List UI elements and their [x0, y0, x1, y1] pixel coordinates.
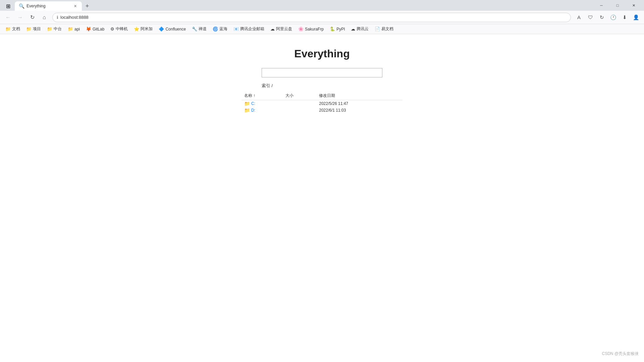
bookmark-icon-bm-tencent-cloud: ☁ [351, 26, 355, 32]
file-link[interactable]: 📁 D: [244, 108, 280, 113]
title-bar-controls: ─ □ ✕ [594, 0, 641, 11]
bookmark-label-bm-zhongtai: 中台 [54, 26, 62, 32]
bookmark-icon-bm-project: 📁 [26, 26, 32, 32]
file-link[interactable]: 📁 C: [244, 101, 280, 106]
bookmark-bm-confluence[interactable]: 🔷Confluence [156, 26, 189, 32]
bookmark-label-bm-project: 项目 [33, 26, 41, 32]
bookmark-bm-docs[interactable]: 📁文档 [3, 25, 23, 33]
file-size-cell [283, 107, 316, 114]
file-name-cell: 📁 C: [241, 100, 283, 107]
title-bar-tabs: ⊞ 🔍 Everything ✕ + [3, 0, 591, 11]
nav-actions: A 🛡 ↻ 🕐 ⬇ 👤 [574, 12, 641, 23]
nav-bar: ← → ↻ ⌂ ℹ localhost:8888 A 🛡 ↻ 🕐 ⬇ 👤 [0, 11, 644, 24]
bookmark-icon-bm-tencent-mail: 📧 [233, 26, 239, 32]
bookmark-label-bm-gitlab: GitLab [93, 27, 104, 32]
bookmarks-bar: 📁文档📁项目📁中台📁api🦊GitLab⚙中蜂机⭐阿米加🔷Confluence🔧… [0, 24, 644, 34]
file-name: C: [251, 101, 255, 106]
folder-icon: 📁 [244, 101, 250, 106]
watermark: CSDN @秃头套猴侠 [602, 351, 639, 357]
index-label: 索引 / [262, 83, 382, 89]
refresh2-button[interactable]: ↻ [596, 12, 607, 23]
bookmark-icon-bm-lanhai: 🌀 [213, 26, 218, 32]
bookmark-label-bm-sakurafrp: SakuraFrp [305, 27, 324, 32]
table-row: 📁 D: 2022/6/1 11:03 [241, 107, 402, 114]
home-button[interactable]: ⌂ [39, 12, 50, 23]
browser-chrome: ⊞ 🔍 Everything ✕ + ─ □ ✕ ← → ↻ ⌂ ℹ local… [0, 0, 644, 362]
bookmark-label-bm-pypi: PyPI [336, 27, 345, 32]
bookmark-label-bm-aliyun: 阿里云盘 [276, 26, 292, 32]
address-bar[interactable]: ℹ localhost:8888 [52, 13, 571, 22]
new-tab-button[interactable]: + [83, 1, 92, 11]
active-tab[interactable]: 🔍 Everything ✕ [15, 1, 82, 11]
bookmark-bm-wangmijia[interactable]: ⭐阿米加 [131, 25, 155, 33]
address-info-icon: ℹ [57, 15, 58, 20]
file-size-cell [283, 100, 316, 107]
translate-button[interactable]: A [574, 12, 584, 23]
bookmark-bm-yidoc[interactable]: 📄易文档 [372, 25, 396, 33]
bookmark-bm-lanhai[interactable]: 🌀蓝海 [210, 25, 230, 33]
file-table: 名称 ↑ 大小 修改日期 📁 C: 2022/5/26 11:47 📁 [241, 92, 402, 114]
bookmark-label-bm-lanhai: 蓝海 [219, 26, 227, 32]
bookmark-icon-bm-yidoc: 📄 [375, 26, 380, 32]
bookmark-icon-bm-aliyun: ☁ [270, 26, 275, 32]
bookmark-label-bm-confluence: Confluence [165, 27, 186, 32]
bookmark-icon-bm-pypi: 🐍 [330, 26, 335, 32]
bookmark-label-bm-wangmijia: 阿米加 [141, 26, 153, 32]
bookmark-bm-sakurafrp[interactable]: 🌸SakuraFrp [296, 26, 326, 32]
bookmark-label-bm-api: api [74, 27, 80, 32]
col-modified-header[interactable]: 修改日期 [316, 92, 402, 100]
page-content: Everything 索引 / 名称 ↑ 大小 修改日期 📁 C: [0, 34, 644, 362]
bookmark-bm-gitlab[interactable]: 🦊GitLab [83, 26, 107, 32]
tab-favicon: 🔍 [19, 3, 24, 9]
bookmark-bm-chanennel[interactable]: 🔧禅道 [189, 25, 209, 33]
bookmark-icon-bm-zhongtai: 📁 [47, 26, 52, 32]
table-header-row: 名称 ↑ 大小 修改日期 [241, 92, 402, 100]
file-modified-cell: 2022/6/1 11:03 [316, 107, 402, 114]
bookmark-bm-api[interactable]: 📁api [65, 26, 83, 32]
bookmark-label-bm-yidoc: 易文档 [381, 26, 393, 32]
bookmark-label-bm-chanennel: 禅道 [199, 26, 207, 32]
bookmark-bm-zhongbenji[interactable]: ⚙中蜂机 [108, 25, 130, 33]
page-title: Everything [294, 48, 350, 60]
col-size-header[interactable]: 大小 [283, 92, 316, 100]
bookmark-label-bm-docs: 文档 [12, 26, 20, 32]
forward-button[interactable]: → [15, 12, 25, 23]
bookmark-icon-bm-zhongbenji: ⚙ [110, 26, 114, 32]
download-button[interactable]: ⬇ [619, 12, 630, 23]
bookmark-bm-aliyun[interactable]: ☁阿里云盘 [268, 25, 295, 33]
bookmark-icon-bm-api: 📁 [68, 26, 73, 32]
profile-button[interactable]: 👤 [631, 12, 641, 23]
bookmark-bm-tencent-cloud[interactable]: ☁腾讯云 [348, 25, 371, 33]
bookmark-icon-bm-confluence: 🔷 [159, 26, 164, 32]
bookmark-icon-bm-sakurafrp: 🌸 [298, 26, 304, 32]
minimize-button[interactable]: ─ [594, 0, 609, 11]
file-modified-cell: 2022/5/26 11:47 [316, 100, 402, 107]
title-bar: ⊞ 🔍 Everything ✕ + ─ □ ✕ [0, 0, 644, 11]
shield-button[interactable]: 🛡 [585, 12, 596, 23]
close-button[interactable]: ✕ [626, 0, 641, 11]
tab-close-button[interactable]: ✕ [72, 3, 78, 9]
search-input[interactable] [262, 68, 382, 77]
file-name: D: [251, 108, 255, 113]
bookmark-label-bm-tencent-cloud: 腾讯云 [357, 26, 369, 32]
bookmark-icon-bm-chanennel: 🔧 [192, 26, 197, 32]
browser-app-icon: ⊞ [3, 1, 13, 11]
col-name-header[interactable]: 名称 ↑ [241, 92, 283, 100]
bookmark-bm-pypi[interactable]: 🐍PyPI [327, 26, 347, 32]
maximize-button[interactable]: □ [610, 0, 625, 11]
refresh-button[interactable]: ↻ [27, 12, 38, 23]
bookmark-bm-zhongtai[interactable]: 📁中台 [44, 25, 64, 33]
bookmark-label-bm-tencent-mail: 腾讯企业邮箱 [240, 26, 264, 32]
table-row: 📁 C: 2022/5/26 11:47 [241, 100, 402, 107]
back-button[interactable]: ← [3, 12, 13, 23]
history-button[interactable]: 🕐 [608, 12, 619, 23]
bookmark-icon-bm-docs: 📁 [5, 26, 11, 32]
bookmark-icon-bm-wangmijia: ⭐ [134, 26, 139, 32]
bookmark-label-bm-zhongbenji: 中蜂机 [116, 26, 128, 32]
tab-title: Everything [26, 4, 46, 8]
folder-icon: 📁 [244, 108, 250, 113]
bookmark-bm-tencent-mail[interactable]: 📧腾讯企业邮箱 [231, 25, 267, 33]
file-name-cell: 📁 D: [241, 107, 283, 114]
bookmark-icon-bm-gitlab: 🦊 [86, 26, 91, 32]
bookmark-bm-project[interactable]: 📁项目 [23, 25, 44, 33]
